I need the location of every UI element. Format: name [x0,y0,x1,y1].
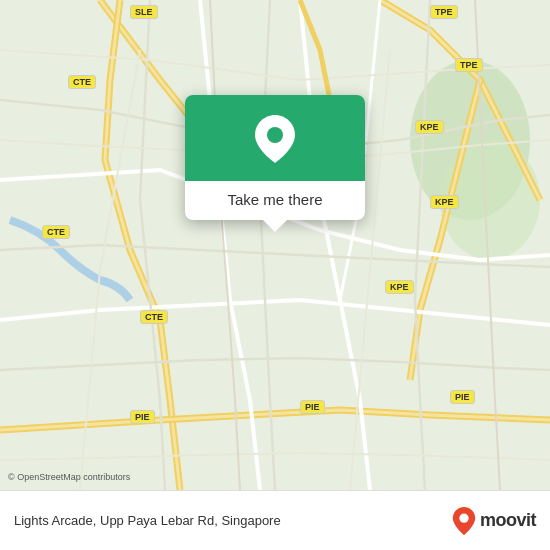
road-label-cte2: CTE [42,225,70,239]
road-label-sle: SLE [130,5,158,19]
road-label-kpe2: KPE [430,195,459,209]
road-label-pie3: PIE [130,410,155,424]
road-label-pie1: PIE [450,390,475,404]
svg-point-4 [459,513,468,522]
take-me-there-button[interactable]: Take me there [211,181,338,220]
bottom-left: Lights Arcade, Upp Paya Lebar Rd, Singap… [14,513,281,528]
moovit-pin-icon [452,507,476,535]
popup-icon-area [185,95,365,181]
road-label-kpe1: KPE [415,120,444,134]
location-pin-icon [255,115,295,163]
bottom-bar: Lights Arcade, Upp Paya Lebar Rd, Singap… [0,490,550,550]
road-label-cte3: CTE [140,310,168,324]
moovit-brand-text: moovit [480,510,536,531]
road-label-kpe3: KPE [385,280,414,294]
road-label-pie2: PIE [300,400,325,414]
map-attribution: © OpenStreetMap contributors [8,472,130,482]
road-label-tpe2: TPE [455,58,483,72]
svg-point-3 [267,127,283,143]
road-label-cte1: CTE [68,75,96,89]
popup-card[interactable]: Take me there [185,95,365,220]
moovit-logo: moovit [452,507,536,535]
map-container: SLE TPE TPE CTE CTE CTE KPE KPE KPE PIE … [0,0,550,490]
location-name: Lights Arcade, Upp Paya Lebar Rd, Singap… [14,513,281,528]
road-label-tpe1: TPE [430,5,458,19]
